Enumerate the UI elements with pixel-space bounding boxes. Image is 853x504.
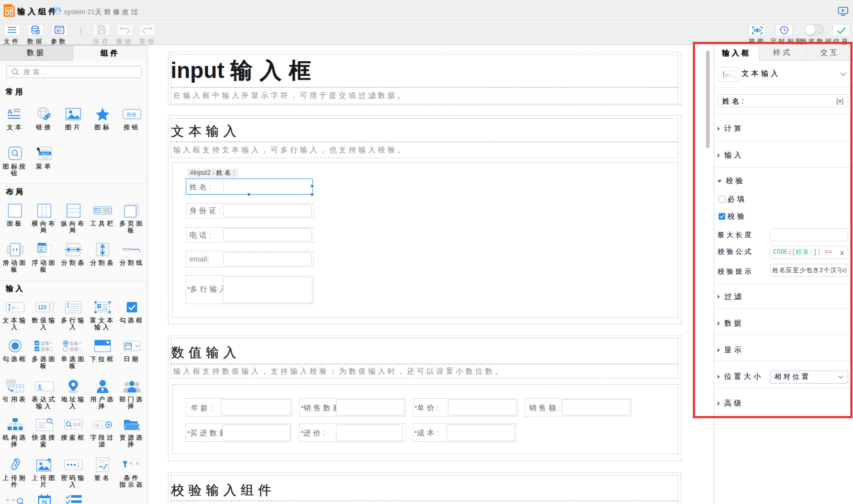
svg-text:选项一: 选项一: [70, 341, 82, 346]
svg-text:Item1: Item1: [41, 148, 49, 151]
svg-text:按钮: 按钮: [126, 112, 136, 117]
svg-text:输入...: 输入...: [95, 423, 107, 428]
svg-text:选项二: 选项二: [41, 347, 53, 352]
svg-text:选项一: 选项一: [41, 341, 53, 346]
svg-text:...: ...: [44, 385, 48, 389]
svg-text:25: 25: [41, 500, 48, 504]
svg-text:输入...: 输入...: [12, 306, 22, 310]
svg-text:Item3: Item3: [41, 156, 49, 159]
svg-text:搜索...: 搜索...: [73, 422, 83, 427]
svg-text:Item2: Item2: [41, 152, 49, 155]
svg-text:T: T: [98, 304, 100, 309]
svg-text:X=: X=: [56, 28, 62, 33]
svg-text:TXT: TXT: [122, 248, 130, 251]
svg-text:A: A: [7, 108, 13, 116]
svg-text:123: 123: [38, 305, 47, 310]
svg-text:X: X: [37, 383, 42, 389]
svg-text:选项二: 选项二: [70, 347, 82, 352]
